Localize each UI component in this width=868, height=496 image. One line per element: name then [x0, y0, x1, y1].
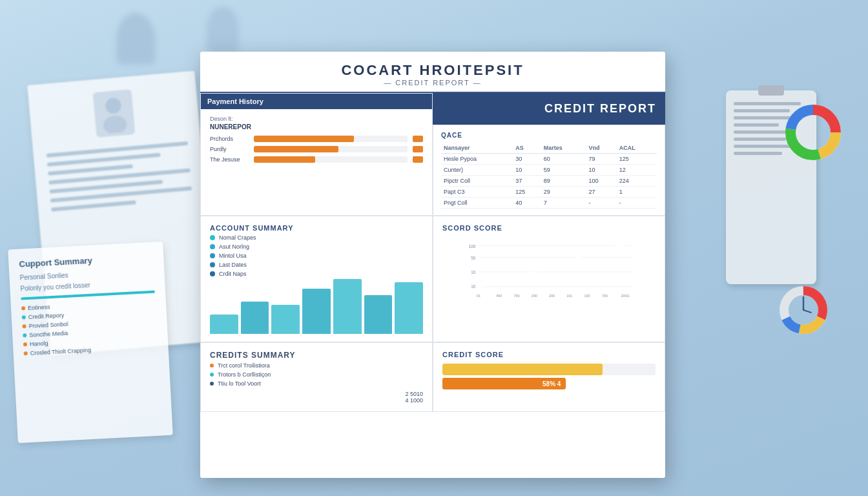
bg-donut-chart-2 — [778, 284, 829, 336]
document-header: COCART HROITEPSIT — CREDIT REPORT — — [200, 52, 665, 93]
main-doc-title: COCART HROITEPSIT — [200, 62, 665, 79]
resume-line — [46, 141, 189, 158]
legend-dot — [210, 235, 215, 240]
payment-bar-row: Purdly — [210, 146, 423, 152]
bar-chart — [210, 282, 423, 334]
table-row: Pipctr Coll3789100224 — [441, 176, 657, 187]
bar-fill — [254, 136, 354, 142]
credit-report-header: CREDIT REPORT — [433, 93, 665, 125]
table-cell: 30 — [513, 154, 541, 165]
table-header: NansayerASMartesVndACAL — [441, 143, 657, 154]
credits-dot — [210, 364, 214, 367]
table-column-header: Vnd — [586, 143, 617, 154]
support-dot — [21, 306, 25, 310]
legend-label: Nomal Crapes — [219, 234, 256, 241]
bar-track — [254, 136, 408, 142]
payment-history-header: Payment History — [201, 94, 432, 109]
bar-label: The Jesuse — [210, 156, 249, 163]
score-chart-section: SCORD SCORE 100 50 10 10 01 400 700 200 — [433, 216, 665, 342]
chart-bar — [241, 302, 269, 334]
support-title: Cupport Summary — [19, 253, 153, 269]
table-cell: 10 — [513, 165, 541, 176]
svg-text:100: 100 — [469, 244, 476, 249]
bar-indicator — [413, 136, 423, 142]
svg-point-1 — [103, 115, 127, 134]
person-icon — [96, 93, 132, 134]
table-cell: 89 — [541, 176, 586, 187]
table-column-header: Martes — [541, 143, 586, 154]
table-column-header: ACAL — [617, 143, 657, 154]
yellow-score-fill — [442, 364, 603, 375]
svg-text:50: 50 — [471, 256, 476, 260]
main-doc-subtitle: — CREDIT REPORT — — [200, 79, 665, 87]
table-cell: 100 — [586, 176, 617, 187]
table-cell: 79 — [586, 154, 617, 165]
score-line-chart: 100 50 10 10 01 400 700 200 200 101 100 … — [442, 240, 656, 304]
orange-score-bar: 58% 4 — [442, 378, 566, 389]
svg-text:200G: 200G — [621, 294, 630, 298]
account-summary-title: ACCOUNT SUMMARY — [210, 224, 423, 232]
svg-text:10: 10 — [471, 270, 476, 274]
grace-label: QACE — [441, 132, 657, 139]
credits-dot — [210, 382, 214, 386]
table-column-header: AS — [513, 143, 541, 154]
account-summary-section: ACCOUNT SUMMARY Nomal Crapes Asut Norlng… — [200, 216, 433, 342]
legend-item: Asut Norlng — [210, 243, 423, 250]
credit-score-section: CREDIT SCORE 58% 4 — [433, 342, 665, 412]
table-cell: 10 — [586, 165, 617, 176]
table-cell: Cunter) — [441, 165, 513, 176]
legend-label: Crdit Naps — [219, 271, 247, 277]
table-header-row: NansayerASMartesVndACAL — [441, 143, 657, 154]
credits-items-list: Trct corol Troilistiora Trotors b Corlli… — [210, 362, 423, 387]
support-dot — [22, 315, 26, 319]
table-cell: Pngt Coll — [441, 198, 513, 209]
credits-number: 2 5010 — [210, 391, 423, 397]
svg-text:700: 700 — [513, 294, 519, 298]
bar-label: Purdly — [210, 146, 249, 152]
support-item-label: Credit Repory — [28, 312, 65, 320]
payment-bar-row: Prchords — [210, 136, 423, 142]
payment-bars: Prchords Purdly The Jesuse — [210, 136, 423, 163]
svg-point-0 — [105, 98, 121, 114]
support-subtitle2: Polonly you credit losser — [20, 278, 154, 293]
svg-text:200: 200 — [549, 294, 555, 298]
svg-text:10: 10 — [471, 284, 476, 289]
payment-bar-row: The Jesuse — [210, 156, 423, 163]
credits-item-label: Trct corol Troilistiora — [218, 362, 270, 369]
support-items: Eotiness Credit Repory Provied Sonbol So… — [21, 298, 158, 357]
svg-text:100: 100 — [584, 294, 590, 298]
bar-indicator — [413, 156, 423, 163]
support-item-label: Eotiness — [28, 304, 50, 311]
table-cell: Pipctr Coll — [441, 176, 513, 187]
credits-item: Trotors b Corllistiçon — [210, 371, 423, 378]
detail-label-1: Deson lt: — [210, 116, 423, 122]
table-cell: 59 — [541, 165, 586, 176]
support-summary-document: Cupport Summary Personal Sonlies Polonly… — [8, 242, 172, 443]
table-body: Hesle Pypoa306079125Cunter)10591012Pipct… — [441, 154, 657, 209]
clipboard-line — [734, 109, 790, 112]
detail-value-1: NUNEREPOR — [210, 123, 423, 130]
support-dot — [24, 351, 28, 355]
table-cell: 224 — [617, 176, 657, 187]
legend-dot — [210, 271, 215, 276]
table-cell: 125 — [513, 187, 541, 198]
support-dot — [23, 342, 27, 346]
resume-line — [51, 200, 136, 211]
table-cell: Hesle Pypoa — [441, 154, 513, 165]
svg-line-12 — [803, 310, 811, 313]
chart-bar — [395, 282, 423, 334]
legend-label: Asut Norlng — [219, 243, 249, 250]
support-item-label: Soncthe Media — [29, 330, 68, 338]
legend-item: Last Dates — [210, 262, 423, 268]
clipboard-line — [734, 123, 779, 127]
credit-report-right: CREDIT REPORT QACE NansayerASMartesVndAC… — [433, 93, 665, 216]
payment-history-section: Payment History Deson lt: NUNEREPOR Prch… — [200, 93, 433, 216]
payment-history-label: Payment History — [207, 98, 264, 105]
table-column-header: Nansayer — [441, 143, 513, 154]
legend-item: Mintol Usa — [210, 253, 423, 259]
legend-label: Mintol Usa — [219, 253, 247, 259]
credits-item: Ttiu lo Tool Voort — [210, 380, 423, 387]
table-cell: 60 — [541, 154, 586, 165]
credit-score-title: CREDIT SCORE — [442, 351, 656, 358]
grace-data-table: NansayerASMartesVndACAL Hesle Pypoa30607… — [441, 143, 657, 209]
